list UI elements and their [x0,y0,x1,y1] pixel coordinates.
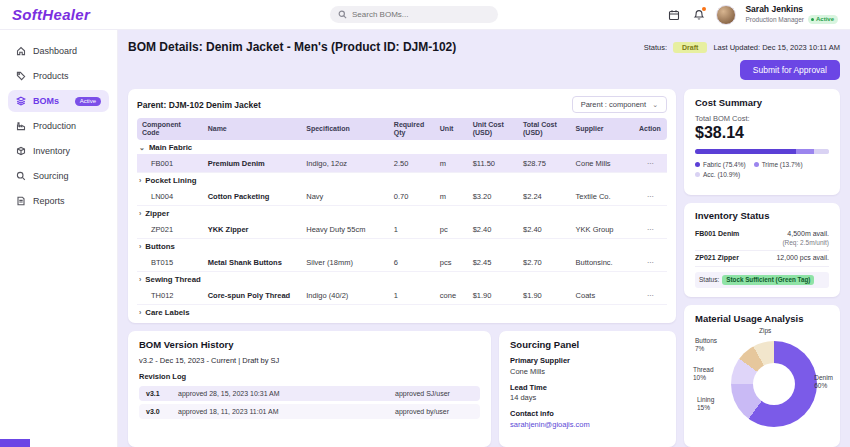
contact-info-label: Contact info [510,409,665,418]
sidebar: Dashboard Products BOMs Active Productio… [0,30,118,447]
table-row: TH012 Core-spun Poly Thread Indigo (40/2… [137,286,667,305]
material-usage-card: Material Usage Analysis Zips Buttons7% T… [684,305,840,447]
chevron-right-icon: › [139,243,141,250]
factory-icon [16,121,26,131]
col-unit-cost: Unit Cost (USD) [468,118,518,140]
donut-label-zips: Zips [759,327,771,335]
avatar[interactable] [716,5,736,25]
search-icon [338,10,347,19]
table-row: LB003 Satin Care Label Main 1 pc $0.15 $… [137,319,667,323]
page-title: BOM Details: Denim Jacket - Men's (Produ… [128,40,456,54]
sidebar-item-production[interactable]: Production [8,115,109,137]
col-name: Name [203,118,302,140]
inventory-status-title: Inventory Status [695,210,829,221]
table-header-row: Component Code Name Specification Requir… [137,118,667,140]
sidebar-item-products[interactable]: Products [8,65,109,87]
group-row-buttons[interactable]: ›Buttons [137,239,667,254]
primary-supplier-label: Primary Supplier [510,356,665,365]
magnifier-icon [16,171,26,181]
col-specification: Specification [301,118,389,140]
submit-approval-button[interactable]: Submit for Approval [740,60,840,80]
revision-entry[interactable]: v3.1 approved 28, 15, 2023 10:31 AM appr… [139,386,480,401]
user-menu[interactable]: Sarah Jenkins Production Manager Active [745,5,838,24]
notifications-button[interactable] [691,7,707,23]
revision-log-title: Revision Log [139,372,480,381]
group-row-sewing-thread[interactable]: ›Sewing Thread [137,272,667,287]
row-actions-button[interactable]: ⋯ [634,154,667,173]
cost-summary-title: Cost Summary [695,97,829,108]
sidebar-item-sourcing[interactable]: Sourcing [8,165,109,187]
bom-table: Component Code Name Specification Requir… [137,118,667,323]
row-actions-button[interactable]: ⋯ [634,220,667,239]
stock-status-badge: Stock Sufficient (Green Tag) [722,275,814,285]
donut-label-buttons: Buttons7% [695,337,717,353]
status-badge: Draft [673,42,707,53]
fabric-dot-icon [695,162,700,167]
col-supplier: Supplier [571,118,635,140]
right-column: Cost Summary Total BOM Cost: $38.14 Fabr… [684,89,840,447]
tag-icon [16,71,26,81]
chevron-down-icon: ⌄ [139,144,145,151]
parent-label: Parent: DJM-102 Denim Jacket [137,100,261,110]
sidebar-bottom-accent [0,439,30,447]
sidebar-item-reports[interactable]: Reports [8,190,109,212]
calendar-icon [668,9,680,21]
donut-label-lining: Lining15% [697,396,714,412]
table-row: BT015 Metal Shank Buttons Silver (18mm) … [137,253,667,272]
lead-time-value: 14 days [510,393,665,402]
topbar: SoftHealer Sarah Jenkins Production Mana… [0,0,850,30]
revision-entry[interactable]: v3.0 approved 18, 11, 2023 11:01 AM appr… [139,404,480,419]
user-role: Production Manager [745,16,804,23]
sidebar-item-boms[interactable]: BOMs Active [8,90,109,112]
row-actions-button[interactable]: ⋯ [634,187,667,206]
table-row: FB001 Premium Denim Indigo, 12oz 2.50 m … [137,154,667,173]
row-actions-button[interactable]: ⋯ [634,253,667,272]
col-required-qty: Required Qty [389,118,435,140]
trime-dot-icon [754,162,759,167]
group-row-main-fabric[interactable]: ⌄Main Fabric [137,140,667,154]
version-history-card: BOM Version History v3.2 - Dec 15, 2023 … [128,331,491,447]
boms-active-badge: Active [75,97,101,106]
status-label: Status: [644,43,667,52]
primary-supplier-value: Cone Mills [510,367,665,376]
bom-table-card: Parent: DJM-102 Denim Jacket Parent : co… [128,89,676,323]
last-updated: Last Updated: Dec 15, 2023 10:11 AM [713,43,840,52]
legend-fabric: Fabric (75.4%) [695,161,746,168]
current-version: v3.2 - Dec 15, 2023 - Current | Draft by… [139,356,480,365]
col-component-code: Component Code [137,118,203,140]
search-input[interactable] [352,10,490,19]
col-total-cost: Total Cost (USD) [518,118,571,140]
table-row: LN004 Cotton Packeting Navy 0.70 m $3.20… [137,187,667,206]
chevron-right-icon: › [139,276,141,283]
notification-dot [702,7,706,11]
layers-icon [16,96,26,106]
version-history-title: BOM Version History [139,339,480,350]
row-actions-button[interactable]: ⋯ [634,319,667,323]
contact-email-link[interactable]: sarahjenin@gioajis.com [510,420,665,429]
sidebar-item-inventory[interactable]: Inventory [8,140,109,162]
donut-hole [753,363,795,405]
group-row-pocket-lining[interactable]: ›Pocket Lining [137,173,667,188]
material-usage-title: Material Usage Analysis [695,313,829,324]
chevron-right-icon: › [139,309,141,316]
total-bom-cost-value: $38.14 [695,124,829,142]
stock-status-label: Status: [699,276,719,283]
app-logo[interactable]: SoftHealer [12,6,90,23]
sidebar-item-dashboard[interactable]: Dashboard [8,40,109,62]
calendar-button[interactable] [666,7,682,23]
legend-acc: Acc. (10.9%) [695,171,740,178]
home-icon [16,46,26,56]
parent-component-dropdown[interactable]: Parent : component ⌄ [572,96,667,113]
document-icon [16,196,26,206]
sourcing-panel-card: Sourcing Panel Primary Supplier Cone Mil… [499,331,676,447]
topbar-actions: Sarah Jenkins Production Manager Active [666,5,838,25]
row-actions-button[interactable]: ⋯ [634,286,667,305]
material-usage-donut [731,341,817,427]
chevron-down-icon: ⌄ [652,101,658,109]
donut-label-thread: Thread10% [693,366,714,382]
search-box[interactable] [330,6,498,23]
group-row-zipper[interactable]: ›Zipper [137,206,667,221]
group-row-care-labels[interactable]: ›Care Labels [137,305,667,320]
cost-summary-card: Cost Summary Total BOM Cost: $38.14 Fabr… [684,89,840,195]
box-icon [16,146,26,156]
